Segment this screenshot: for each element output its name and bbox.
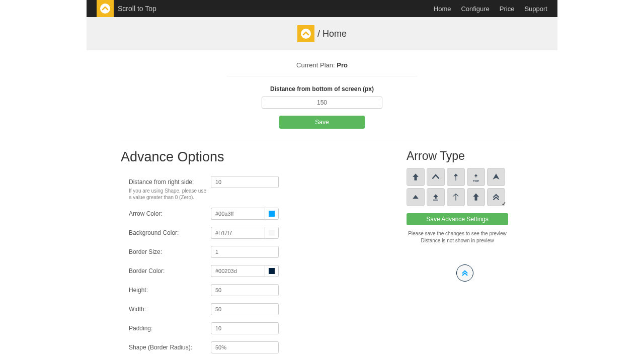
breadcrumb: / Home	[317, 29, 347, 39]
padding-input[interactable]	[211, 322, 279, 334]
arrow-type-grid: TOP	[407, 168, 507, 206]
brand-text: Scroll to Top	[118, 5, 156, 13]
border-color-label: Border Color:	[129, 265, 207, 275]
plan-label: Current Plan:	[296, 61, 337, 69]
svg-rect-5	[433, 200, 438, 201]
bg-color-label: Background Color:	[129, 227, 207, 236]
arrow-type-4[interactable]: TOP	[467, 168, 485, 186]
width-input[interactable]	[211, 303, 279, 315]
banner-logo-icon	[297, 25, 314, 42]
save-button[interactable]: Save	[279, 116, 365, 129]
plan-row: Current Plan: Pro	[0, 50, 644, 76]
shape-label: Shape (Border Radius):	[129, 341, 207, 351]
nav-links: Home Configure Price Support	[434, 5, 547, 13]
padding-label: Padding:	[129, 322, 207, 332]
arrow-type-6[interactable]	[407, 188, 425, 206]
save-advance-button[interactable]: Save Advance Settings	[407, 213, 508, 225]
svg-rect-2	[455, 177, 456, 177]
preview-icon	[456, 264, 473, 282]
border-color-swatch[interactable]	[265, 265, 279, 277]
arrow-type-9[interactable]	[467, 188, 485, 206]
nav-price[interactable]: Price	[500, 5, 515, 13]
dist-right-help: If you are using Shape, please use a val…	[129, 188, 207, 201]
bg-color-swatch[interactable]	[265, 227, 279, 239]
brand-logo-icon	[97, 0, 114, 17]
svg-point-0	[100, 4, 110, 14]
dist-right-input[interactable]	[211, 176, 279, 188]
plan-value: Pro	[337, 61, 348, 69]
width-label: Width:	[129, 303, 207, 313]
brand: Scroll to Top	[97, 0, 156, 17]
arrow-type-3[interactable]	[447, 168, 465, 186]
arrow-type-7[interactable]	[427, 188, 445, 206]
advance-title: Advance Options	[121, 149, 392, 165]
preview-note: Please save the changes to see the previ…	[407, 230, 508, 244]
dist-right-label: Distance from right side:	[129, 176, 207, 186]
border-size-label: Border Size:	[129, 246, 207, 255]
distance-label: Distance from bottom of screen (px)	[0, 85, 644, 93]
svg-rect-3	[455, 178, 456, 179]
nav-configure[interactable]: Configure	[461, 5, 489, 13]
arrow-color-swatch[interactable]	[265, 208, 279, 220]
distance-section: Distance from bottom of screen (px) Save	[0, 76, 644, 129]
bg-color-input[interactable]	[211, 227, 265, 239]
banner: / Home	[87, 17, 557, 50]
svg-rect-4	[455, 179, 456, 180]
border-color-input[interactable]	[211, 265, 265, 277]
navbar: Scroll to Top Home Configure Price Suppo…	[87, 0, 557, 17]
arrow-type-title: Arrow Type	[407, 149, 523, 163]
border-size-input[interactable]	[211, 246, 279, 258]
arrow-color-input[interactable]	[211, 208, 265, 220]
arrow-color-label: Arrow Color:	[129, 208, 207, 217]
arrow-type-1[interactable]	[407, 168, 425, 186]
shape-input[interactable]	[211, 341, 279, 353]
arrow-type-8[interactable]	[447, 188, 465, 206]
arrow-type-10[interactable]	[487, 188, 505, 206]
nav-support[interactable]: Support	[524, 5, 547, 13]
distance-input[interactable]	[262, 97, 382, 109]
arrow-type-5[interactable]	[487, 168, 505, 186]
arrow-type-2[interactable]	[427, 168, 445, 186]
svg-point-1	[301, 29, 311, 39]
height-input[interactable]	[211, 284, 279, 296]
nav-home[interactable]: Home	[434, 5, 451, 13]
height-label: Height:	[129, 284, 207, 294]
